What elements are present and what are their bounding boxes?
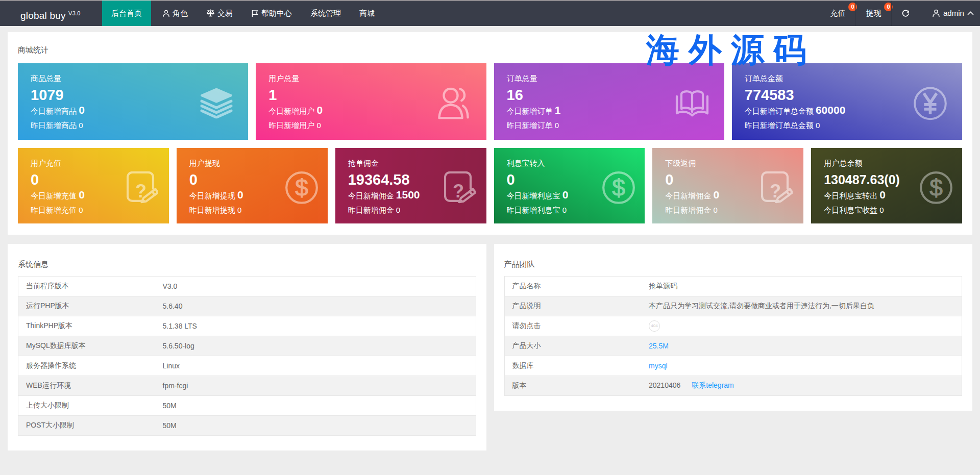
svg-text:$: $ <box>295 174 308 201</box>
svg-text:$: $ <box>612 174 626 201</box>
svg-text:$: $ <box>929 174 943 201</box>
